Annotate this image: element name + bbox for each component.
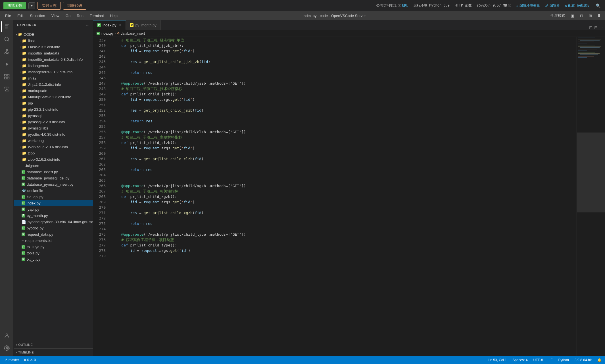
code-line-274[interactable] — [112, 226, 577, 232]
code-line-251[interactable] — [112, 102, 577, 108]
code-line-263[interactable]: return res — [112, 167, 577, 172]
code-line-264[interactable] — [112, 172, 577, 178]
tree-item-markupsafe-dist[interactable]: › 📁 MarkupSafe-2.1.3.dist-info — [14, 94, 93, 100]
dropdown-button[interactable]: ▾ — [28, 2, 35, 9]
tree-item-requirements[interactable]: = requirements.txt — [14, 237, 93, 244]
minimap[interactable] — [577, 37, 605, 356]
menu-run[interactable]: Run — [74, 13, 86, 19]
realtime-log-button[interactable]: 实时日志 — [37, 2, 61, 10]
tree-item-itsdangerous-dist[interactable]: › 📁 itsdangerous-2.1.2.dist-info — [14, 69, 93, 75]
menu-file[interactable]: File — [2, 13, 14, 19]
tree-item-pymssql[interactable]: › 📁 pymssql — [14, 112, 93, 119]
language-item[interactable]: Python — [557, 358, 570, 362]
close-tab-button[interactable]: ✕ — [119, 23, 122, 27]
code-line-259[interactable]: fid = request.args.get('fid') — [112, 145, 577, 151]
menu-selection[interactable]: Selection — [27, 13, 48, 19]
menu-view[interactable]: View — [49, 13, 62, 19]
code-line-260[interactable] — [112, 151, 577, 156]
tree-item-pip[interactable]: › 📁 pip — [14, 100, 93, 106]
code-line-266[interactable]: @app.route('/wechat/prjlist/child/xgzb',… — [112, 183, 577, 189]
menu-help[interactable]: Help — [107, 13, 120, 19]
tree-item-pip-dist[interactable]: › 📁 pip-23.2.1.dist-info — [14, 106, 93, 112]
python-version-item[interactable]: 3.9.8 64-bit — [573, 358, 593, 362]
code-line-268[interactable]: def prjlist_child_xgzb(): — [112, 194, 577, 199]
code-line-242[interactable] — [112, 54, 577, 59]
layout-btn-3[interactable]: ⊞ — [587, 13, 594, 19]
code-line-255[interactable] — [112, 124, 577, 129]
config-webide-button[interactable]: ⚙ 配置 WebIDE — [565, 3, 589, 8]
code-line-271[interactable]: res = get_prjlist_child_xgzb(fid) — [112, 210, 577, 216]
errors-item[interactable]: ✕ 0 ⚠ 0 — [22, 358, 37, 362]
code-line-245[interactable]: return res — [112, 70, 577, 75]
tree-root-code[interactable]: ▾ 📁 CODE — [14, 31, 93, 37]
cursor-position-item[interactable]: Ln 53, Col 1 — [487, 358, 508, 362]
layout-btn-2[interactable]: ⊟ — [578, 13, 585, 19]
tree-item-py-month[interactable]: P py_month.py — [14, 212, 93, 219]
outline-header[interactable]: › OUTLINE — [14, 341, 93, 348]
tree-item-itsdangerous[interactable]: › 📁 itsdangerous — [14, 62, 93, 69]
tree-item-request-data[interactable]: P request_data.py — [14, 231, 93, 237]
code-line-254[interactable]: return res — [112, 118, 577, 124]
tree-item-flask-dist[interactable]: › 📁 Flask-2.3.2.dist-info — [14, 44, 93, 50]
menu-go[interactable]: Go — [63, 13, 73, 19]
breadcrumb-file[interactable]: index.py — [101, 32, 114, 35]
code-line-243[interactable]: res = get_prjlist_child_jjzb_zb(fid) — [112, 59, 577, 64]
code-line-279[interactable] — [112, 253, 577, 259]
git-branch-item[interactable]: ⎇ master — [2, 358, 20, 362]
code-line-244[interactable] — [112, 64, 577, 70]
run-icon[interactable] — [1, 58, 12, 70]
code-line-262[interactable] — [112, 162, 577, 167]
spaces-item[interactable]: Spaces: 4 — [511, 358, 529, 362]
code-line-261[interactable]: res = get_prjlist_child_clzb(fid) — [112, 156, 577, 162]
tree-item-file-api[interactable]: P file_api.py — [14, 194, 93, 200]
code-line-272[interactable] — [112, 216, 577, 221]
code-line-278[interactable]: id = request.args.get('id') — [112, 248, 577, 253]
tree-item-flask[interactable]: › 📁 flask — [14, 37, 93, 44]
code-line-276[interactable]: # 获取案例工程子项，项目类型 — [112, 237, 577, 242]
tree-item-index[interactable]: P index.py — [14, 200, 93, 206]
tree-item-pyodbc-so[interactable]: 📄 pyodbc.cpython-39-x86_64-linux-gnu.so — [14, 219, 93, 225]
code-line-247[interactable]: @app.route('/wechat/prjlist/child/jszb',… — [112, 81, 577, 86]
code-line-269[interactable]: fid = request.args.get('fid') — [112, 199, 577, 205]
edit-env-button[interactable]: ✏ 编辑环境变量 — [516, 3, 540, 8]
eol-item[interactable]: LF — [548, 358, 554, 362]
settings-icon[interactable] — [1, 342, 12, 354]
code-line-256[interactable]: @app.route('/wechat/prjlist/child/clzb',… — [112, 129, 577, 135]
tree-item-markupsafe[interactable]: › 📁 markupsafe — [14, 87, 93, 94]
code-line-267[interactable]: # 项目工程_子项工程_相关性指标 — [112, 189, 577, 194]
deploy-code-button[interactable]: 部署代码 — [63, 2, 86, 10]
tree-item-database-insert[interactable]: P database_insert.py — [14, 169, 93, 175]
tree-item-werkzeug[interactable]: › 📁 werkzeug — [14, 137, 93, 144]
editor-button[interactable]: 🖊 编辑器 — [545, 3, 560, 8]
code-line-257[interactable]: # 项目工程_子项工程_主要材料指标 — [112, 135, 577, 140]
search-toolbar-button[interactable]: 🔍 — [594, 2, 602, 9]
tree-item-pyodbc-pyi[interactable]: P pyodbc.pyi — [14, 225, 93, 231]
collapse-all-button[interactable]: ⊟ — [594, 25, 598, 30]
timeline-header[interactable]: › TIMELINE — [14, 349, 93, 356]
tree-item-pymssql-libs[interactable]: › 📁 pymssql.libs — [14, 125, 93, 131]
code-line-275[interactable]: @app.route('/wechat/prjlist/child_type',… — [112, 232, 577, 237]
code-line-240[interactable]: def prjlist_child_jjzb_zb(): — [112, 43, 577, 48]
notification-item[interactable]: 🔔 — [596, 358, 603, 362]
test-icon[interactable] — [1, 83, 12, 95]
search-icon[interactable] — [1, 34, 12, 45]
code-line-250[interactable]: fid = request.args.get('fid') — [112, 97, 577, 102]
tree-item-zipp[interactable]: › 📁 zipp — [14, 150, 93, 156]
extensions-icon[interactable] — [1, 71, 12, 82]
code-line-270[interactable] — [112, 205, 577, 210]
code-line-277[interactable]: def prjlist_child_type(): — [112, 242, 577, 248]
code-line-253[interactable] — [112, 113, 577, 118]
code-editor[interactable]: 2392402412422432442452462472482492502512… — [93, 37, 605, 356]
layout-btn-4[interactable]: ⠿ — [595, 13, 603, 19]
tree-item-dockerfile[interactable]: 🐳 dockerfile — [14, 187, 93, 194]
tree-item-fcignore[interactable]: = .fcignore — [14, 162, 93, 169]
code-line-252[interactable]: res = get_prjlist_child_jszb(fid) — [112, 108, 577, 113]
code-line-246[interactable] — [112, 75, 577, 81]
code-line-248[interactable]: # 项目工程_子项工程_技术经济指标 — [112, 86, 577, 91]
tree-item-importlib[interactable]: › 📁 importlib_metadata — [14, 50, 93, 56]
layout-btn-1[interactable]: ▣ — [569, 13, 577, 19]
explorer-icon[interactable] — [1, 21, 12, 32]
code-line-239[interactable]: # 项目工程_子项工程_经济指标_单位 — [112, 37, 577, 43]
tree-item-pymssql-dist[interactable]: › 📁 pymssql-2.2.8.dist-info — [14, 119, 93, 125]
tree-item-jinja2[interactable]: › 📁 jinja2 — [14, 75, 93, 81]
